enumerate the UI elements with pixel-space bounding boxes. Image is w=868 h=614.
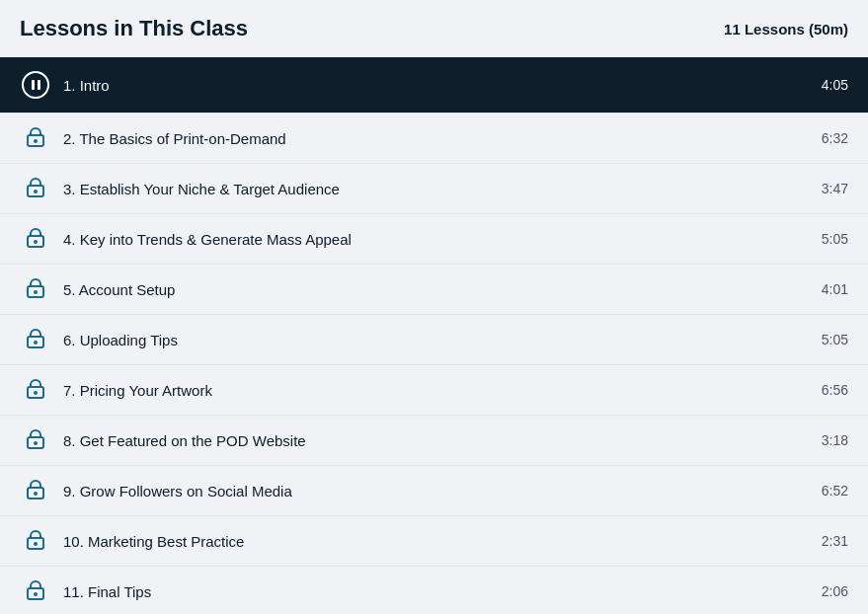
lesson-item[interactable]: 4. Key into Trends & Generate Mass Appea… xyxy=(0,214,868,265)
lessons-panel: Lessons in This Class 11 Lessons (50m) 1… xyxy=(0,0,868,614)
lesson-duration: 4:01 xyxy=(822,281,848,297)
lock-icon xyxy=(20,480,51,501)
lesson-title: 1. Intro xyxy=(63,77,806,94)
lock-icon xyxy=(20,429,51,451)
lock-icon xyxy=(20,228,51,250)
lesson-item[interactable]: 2. The Basics of Print-on-Demand6:32 xyxy=(0,114,868,164)
lock-icon xyxy=(20,329,51,350)
panel-header: Lessons in This Class 11 Lessons (50m) xyxy=(0,0,868,57)
lessons-count: 11 Lessons (50m) xyxy=(724,21,848,38)
lesson-title: 5. Account Setup xyxy=(63,281,806,298)
lesson-item[interactable]: 11. Final Tips2:06 xyxy=(0,567,868,614)
lesson-item[interactable]: 6. Uploading Tips5:05 xyxy=(0,315,868,365)
lesson-title: 2. The Basics of Print-on-Demand xyxy=(63,130,806,147)
lesson-title: 6. Uploading Tips xyxy=(63,332,806,348)
lesson-duration: 6:56 xyxy=(822,382,848,398)
lesson-title: 9. Grow Followers on Social Media xyxy=(63,483,806,499)
panel-title: Lessons in This Class xyxy=(20,16,248,41)
lesson-title: 8. Get Featured on the POD Website xyxy=(63,432,806,449)
lessons-list: 1. Intro4:052. The Basics of Print-on-De… xyxy=(0,57,868,614)
lock-icon xyxy=(20,127,51,149)
lesson-title: 4. Key into Trends & Generate Mass Appea… xyxy=(63,231,806,248)
lesson-item[interactable]: 3. Establish Your Niche & Target Audienc… xyxy=(0,164,868,214)
lesson-duration: 2:31 xyxy=(822,533,848,549)
lesson-item[interactable]: 1. Intro4:05 xyxy=(0,57,868,114)
lesson-item[interactable]: 10. Marketing Best Practice2:31 xyxy=(0,516,868,567)
lesson-duration: 4:05 xyxy=(822,77,848,93)
lesson-title: 10. Marketing Best Practice xyxy=(63,533,806,550)
lesson-item[interactable]: 9. Grow Followers on Social Media6:52 xyxy=(0,466,868,516)
lesson-duration: 6:52 xyxy=(822,483,848,499)
lesson-duration: 3:47 xyxy=(822,181,848,196)
lesson-duration: 6:32 xyxy=(822,130,848,146)
lock-icon xyxy=(20,379,51,401)
pause-icon xyxy=(20,71,51,99)
lesson-duration: 3:18 xyxy=(822,432,848,448)
lesson-title: 7. Pricing Your Artwork xyxy=(63,382,806,399)
lesson-item[interactable]: 7. Pricing Your Artwork6:56 xyxy=(0,365,868,416)
lesson-item[interactable]: 5. Account Setup4:01 xyxy=(0,265,868,315)
lesson-item[interactable]: 8. Get Featured on the POD Website3:18 xyxy=(0,416,868,466)
lesson-title: 11. Final Tips xyxy=(63,583,806,600)
lesson-title: 3. Establish Your Niche & Target Audienc… xyxy=(63,181,806,197)
lock-icon xyxy=(20,530,51,552)
lesson-duration: 5:05 xyxy=(822,332,848,347)
lock-icon xyxy=(20,178,51,199)
lock-icon xyxy=(20,580,51,602)
lesson-duration: 2:06 xyxy=(822,583,848,599)
lesson-duration: 5:05 xyxy=(822,231,848,247)
lock-icon xyxy=(20,278,51,300)
